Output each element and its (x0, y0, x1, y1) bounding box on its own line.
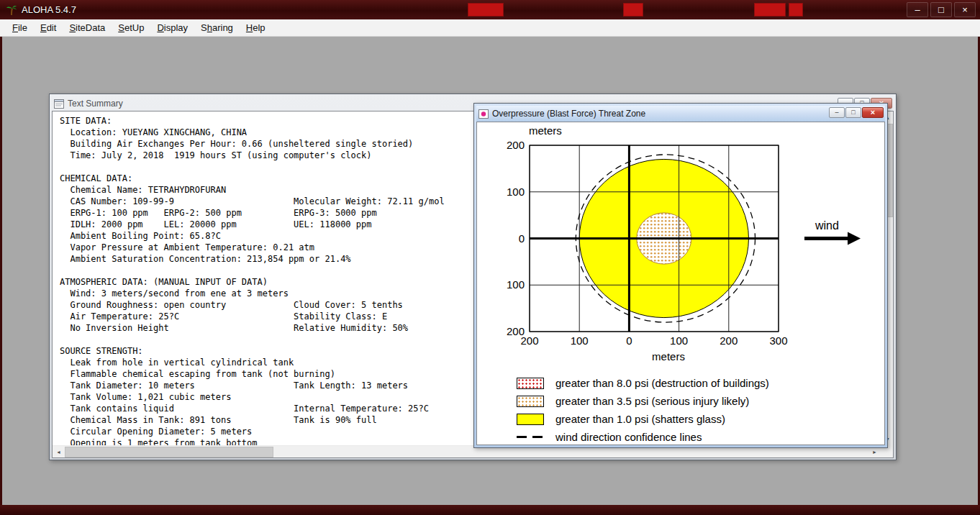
menu-item-display[interactable]: Display (150, 20, 194, 35)
menu-bar: FileEditSiteDataSetUpDisplaySharingHelp (0, 19, 980, 37)
menu-item-setup[interactable]: SetUp (112, 20, 150, 35)
menu-item-help[interactable]: Help (240, 20, 272, 35)
menu-item-edit[interactable]: Edit (34, 20, 63, 35)
legend-label: greater than 1.0 psi (shatters glass) (555, 413, 725, 425)
svg-text:0: 0 (626, 334, 632, 347)
minimize-button[interactable]: – (829, 107, 845, 118)
legend-row: greater than 1.0 psi (shatters glass) (517, 410, 884, 428)
aloha-palm-icon (6, 4, 17, 16)
svg-text:100: 100 (507, 186, 525, 198)
overpressure-content: 20010001002003002001000100200metersmeter… (476, 122, 885, 445)
scroll-left-button[interactable]: ◄ (53, 446, 65, 458)
svg-text:0: 0 (519, 232, 525, 245)
minimize-button[interactable]: – (907, 2, 928, 17)
legend-row: greater than 3.5 psi (serious injury lik… (517, 392, 884, 410)
maximize-button[interactable]: □ (930, 2, 952, 17)
threat-zone-plot: 20010001002003002001000100200metersmeter… (477, 122, 884, 373)
app-titlebar[interactable]: ALOHA 5.4.7 – □ × (0, 0, 980, 19)
overpressure-window: Overpressure (Blast Force) Threat Zone –… (473, 103, 888, 448)
legend-label: greater than 8.0 psi (destruction of bui… (555, 377, 769, 389)
app-title: ALOHA 5.4.7 (22, 4, 76, 15)
svg-text:100: 100 (571, 334, 589, 347)
svg-text:300: 300 (769, 334, 787, 347)
close-button[interactable]: × (954, 2, 976, 17)
titlebar-artifact (468, 3, 504, 17)
titlebar-artifact (754, 3, 786, 17)
legend-swatch-solid (517, 414, 544, 425)
window-frame-left (0, 19, 2, 515)
svg-text:200: 200 (507, 139, 525, 151)
legend-row: greater than 8.0 psi (destruction of bui… (517, 374, 884, 392)
legend: greater than 8.0 psi (destruction of bui… (517, 374, 884, 445)
legend-swatch-dots (517, 396, 544, 407)
menu-item-sharing[interactable]: Sharing (194, 20, 240, 35)
legend-label: wind direction confidence lines (555, 431, 702, 443)
overpressure-title: Overpressure (Blast Force) Threat Zone (492, 109, 645, 119)
overpressure-controls: – □ × (829, 107, 884, 118)
close-button[interactable]: × (862, 107, 884, 118)
legend-swatch-dots (517, 378, 544, 389)
titlebar-artifact (623, 3, 643, 17)
svg-text:200: 200 (720, 334, 738, 347)
legend-label: greater than 3.5 psi (serious injury lik… (555, 395, 749, 407)
titlebar-artifact (789, 3, 803, 17)
h-scroll-thumb[interactable] (65, 447, 273, 457)
y-axis-unit-label: meters (529, 124, 562, 137)
overpressure-titlebar[interactable]: Overpressure (Blast Force) Threat Zone –… (476, 106, 885, 122)
menu-item-sitedata[interactable]: SiteData (63, 20, 112, 35)
legend-swatch-dashed (517, 436, 544, 438)
svg-text:100: 100 (507, 278, 525, 291)
legend-row: wind direction confidence lines (517, 428, 884, 445)
menu-item-file[interactable]: File (6, 20, 34, 35)
text-summary-icon (54, 99, 64, 109)
maximize-button[interactable]: □ (845, 107, 861, 118)
svg-text:100: 100 (670, 334, 688, 347)
window-frame-bottom (0, 505, 980, 515)
wind-arrow-head (848, 232, 861, 245)
svg-text:200: 200 (507, 325, 525, 337)
text-summary-title: Text Summary (68, 99, 123, 109)
x-axis-unit-label: meters (652, 350, 685, 363)
window-controls: – □ × (907, 0, 976, 19)
threat-zone-icon (478, 109, 489, 119)
wind-label: wind (815, 219, 839, 232)
